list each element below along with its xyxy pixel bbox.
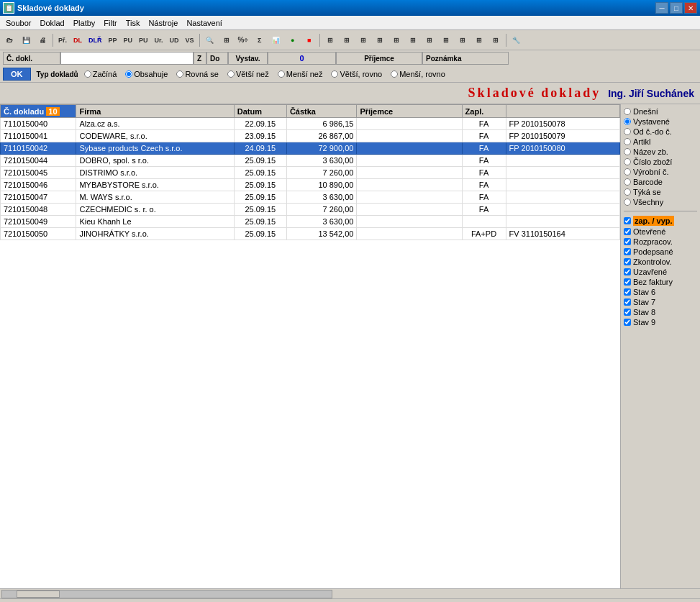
- radio-dnesni[interactable]: Dnešní: [624, 107, 697, 116]
- cb-stav7[interactable]: Stav 7: [624, 298, 697, 306]
- radio-barcode[interactable]: Barcode: [624, 178, 697, 186]
- table-row[interactable]: 7210150049Kieu Khanh Le25.09.153 630,00: [1, 216, 620, 228]
- cb-zkontrolov[interactable]: Zkontrolov.: [624, 257, 697, 266]
- cb-zap-vyp[interactable]: zap. / vyp.: [624, 216, 697, 226]
- filter-col-prijemce: Příjemce: [336, 52, 422, 65]
- table-row[interactable]: 7110150040Alza.cz a.s.22.09.156 986,15FA…: [1, 118, 620, 130]
- sum-button[interactable]: Σ: [252, 32, 268, 48]
- menu-nastaveni[interactable]: Nastavení: [182, 17, 227, 29]
- filter-col-cdokl: Č. dokl.: [3, 52, 60, 65]
- open-button[interactable]: 🗁: [1, 32, 17, 48]
- horizontal-scrollbar[interactable]: [1, 590, 332, 598]
- menu-filtr[interactable]: Filtr: [99, 17, 121, 29]
- cell-datum: 25.09.15: [234, 204, 286, 216]
- tb-icon-3[interactable]: ⊞: [355, 32, 371, 48]
- radio-greater[interactable]: Větší než: [227, 70, 269, 78]
- print-button[interactable]: 🖨: [35, 32, 50, 48]
- cb-stav8[interactable]: Stav 8: [624, 308, 697, 316]
- ok-button[interactable]: OK: [3, 68, 31, 81]
- tb-icon-4[interactable]: ⊞: [372, 32, 388, 48]
- radio-tyka-se[interactable]: Týká se: [624, 188, 697, 196]
- tb-icon-1[interactable]: ⊞: [322, 32, 338, 48]
- filter-headers-row: Č. dokl. Z Do Vystav. 0 Příjemce Poznámk…: [0, 50, 700, 66]
- menu-platby[interactable]: Platby: [69, 17, 100, 29]
- chart-button[interactable]: 📊: [268, 32, 284, 48]
- scrollbar-thumb[interactable]: [17, 590, 60, 598]
- tb-icon-9[interactable]: ⊞: [455, 32, 471, 48]
- percent-button[interactable]: %÷: [235, 32, 251, 48]
- col-header-zapl[interactable]: Zapl.: [462, 105, 506, 118]
- app-icon: 📋: [3, 2, 14, 14]
- radio-less[interactable]: Menší než: [278, 70, 323, 78]
- pp-button[interactable]: PP: [106, 32, 120, 48]
- radio-vyrobni[interactable]: Výrobní č.: [624, 168, 697, 176]
- col-header-datum[interactable]: Datum: [234, 105, 286, 118]
- menu-nastroje[interactable]: Nástroje: [144, 17, 182, 29]
- dl-button[interactable]: DL: [71, 32, 85, 48]
- vs-button[interactable]: VS: [183, 32, 197, 48]
- stop-button[interactable]: ■: [301, 32, 317, 48]
- tb-icon-12[interactable]: 🔧: [509, 32, 524, 48]
- tb-icon-7[interactable]: ⊞: [422, 32, 437, 48]
- radio-vystavene[interactable]: Vystavené: [624, 117, 697, 126]
- cb-stav9[interactable]: Stav 9: [624, 318, 697, 327]
- menu-soubor[interactable]: Soubor: [1, 17, 35, 29]
- filter-input-firma[interactable]: [60, 52, 194, 65]
- radio-equals[interactable]: Rovná se: [176, 70, 218, 78]
- menu-doklad[interactable]: Doklad: [35, 17, 68, 29]
- radio-nazev-zb[interactable]: Název zb.: [624, 147, 697, 156]
- cb-uzavrene[interactable]: Uzavřené: [624, 268, 697, 276]
- radio-begins[interactable]: Začíná: [84, 70, 117, 78]
- separator-2: [199, 34, 200, 47]
- radio-artikl[interactable]: Artikl: [624, 137, 697, 146]
- pr-button[interactable]: Př.: [55, 32, 70, 48]
- table-row[interactable]: 7210150048CZECHMEDIC s. r. o.25.09.157 2…: [1, 204, 620, 216]
- cb-otevrene[interactable]: Otevřené: [624, 227, 697, 236]
- filter-col-poznamka: Poznámka: [422, 52, 509, 65]
- search-button[interactable]: 🔍: [202, 32, 218, 48]
- cb-bez-faktury[interactable]: Bez faktury: [624, 278, 697, 286]
- ud-button[interactable]: UD: [167, 32, 182, 48]
- col-header-poznamka[interactable]: [506, 105, 619, 118]
- tb-icon-10[interactable]: ⊞: [471, 32, 487, 48]
- col-header-firma[interactable]: Firma: [76, 105, 234, 118]
- dlr-button[interactable]: DLŘ: [86, 32, 105, 48]
- tb-icon-2[interactable]: ⊞: [339, 32, 355, 48]
- cb-podepsane[interactable]: Podepsané: [624, 247, 697, 256]
- cb-rozpracov[interactable]: Rozpracov.: [624, 237, 697, 246]
- maximize-button[interactable]: □: [670, 2, 683, 14]
- cell-zapl: FA: [462, 142, 506, 155]
- filter-col-z: Z: [194, 52, 206, 65]
- cb-stav6[interactable]: Stav 6: [624, 288, 697, 296]
- minimize-button[interactable]: ─: [655, 2, 668, 14]
- pu2-button[interactable]: PU: [136, 32, 151, 48]
- table-row[interactable]: 7210150045DISTRIMO s.r.o.25.09.157 260,0…: [1, 167, 620, 179]
- ur-button[interactable]: Ur.: [152, 32, 166, 48]
- pu1-button[interactable]: PU: [121, 32, 136, 48]
- menu-tisk[interactable]: Tisk: [122, 17, 145, 29]
- tb-icon-8[interactable]: ⊞: [438, 32, 454, 48]
- table-row[interactable]: 7110150042Sybase products Czech s.r.o.24…: [1, 142, 620, 155]
- col-header-cdokladu[interactable]: Č. dokladu 10: [1, 105, 76, 118]
- radio-od-do[interactable]: Od č.-do č.: [624, 127, 697, 136]
- radio-cislo-zbozi[interactable]: Číslo zboží: [624, 158, 697, 166]
- table-row[interactable]: 7210150047M. WAYS s.r.o.25.09.153 630,00…: [1, 191, 620, 204]
- table-row[interactable]: 7110150041CODEWARE, s.r.o.23.09.1526 867…: [1, 130, 620, 142]
- radio-geq[interactable]: Větší, rovno: [331, 70, 382, 78]
- radio-vsechny[interactable]: Všechny: [624, 198, 697, 206]
- table-row[interactable]: 7210150050JINOHRÁTKY s.r.o.25.09.1513 54…: [1, 228, 620, 240]
- radio-leq[interactable]: Menší, rovno: [391, 70, 445, 78]
- save-button[interactable]: 💾: [18, 32, 34, 48]
- grid-button[interactable]: ⊞: [219, 32, 235, 48]
- radio-contains[interactable]: Obsahuje: [125, 70, 168, 78]
- green-button[interactable]: ●: [285, 32, 301, 48]
- table-row[interactable]: 7210150044DOBRO, spol. s r.o.25.09.153 6…: [1, 155, 620, 167]
- table-row[interactable]: 7210150046MYBABYSTORE s.r.o.25.09.1510 8…: [1, 179, 620, 191]
- close-button[interactable]: ✕: [684, 2, 697, 14]
- tb-icon-6[interactable]: ⊞: [405, 32, 421, 48]
- col-header-prijemce[interactable]: Příjemce: [357, 105, 462, 118]
- tb-icon-5[interactable]: ⊞: [388, 32, 404, 48]
- tb-icon-11[interactable]: ⊞: [488, 32, 504, 48]
- cell-firma: DOBRO, spol. s r.o.: [76, 155, 234, 167]
- col-header-castka[interactable]: Částka: [286, 105, 356, 118]
